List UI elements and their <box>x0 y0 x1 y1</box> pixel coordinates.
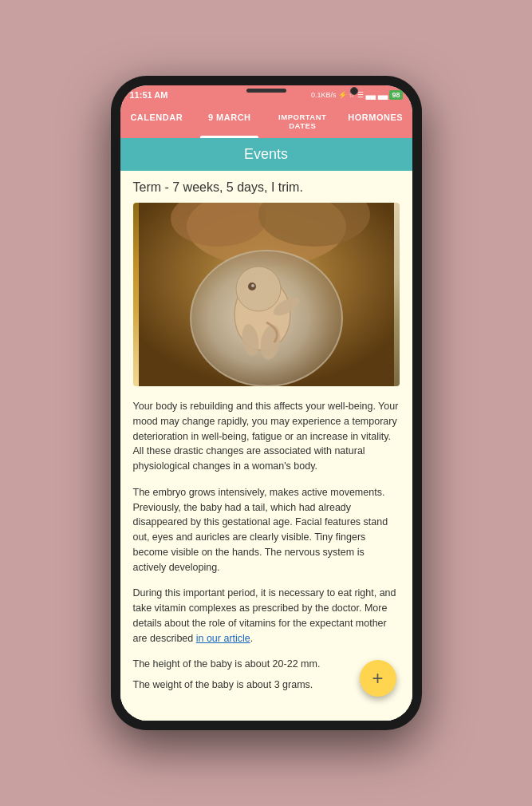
phone-camera <box>350 87 358 95</box>
tab-important-dates[interactable]: IMPORTANT DATES <box>266 105 340 138</box>
body-text-3: During this important period, it is nece… <box>120 586 412 646</box>
svg-point-8 <box>251 284 254 287</box>
svg-point-6 <box>236 267 281 311</box>
body-text-2: The embryo grows intensively, makes acti… <box>120 485 412 575</box>
term-label: Term - 7 weeks, 5 days, I trim. <box>120 171 412 203</box>
embryo-illustration <box>133 203 400 386</box>
content-container: Term - 7 weeks, 5 days, I trim. <box>120 171 412 721</box>
tab-9march[interactable]: 9 MARCH <box>193 105 266 138</box>
signal-text: 0.1KB/s ⚡ ☆ ☰ ▄▄ ▄▄ <box>311 91 388 99</box>
phone-frame: 11:51 AM 0.1KB/s ⚡ ☆ ☰ ▄▄ ▄▄ 98 CALENDAR… <box>111 76 422 730</box>
article-link[interactable]: in our article <box>196 633 250 644</box>
events-title: Events <box>244 146 288 162</box>
tab-calendar[interactable]: CALENDAR <box>120 105 194 138</box>
battery-indicator: 98 <box>389 90 402 100</box>
embryo-image <box>133 203 400 386</box>
phone-speaker <box>246 89 286 93</box>
content-inner: Term - 7 weeks, 5 days, I trim. <box>120 171 412 721</box>
tab-bar: CALENDAR 9 MARCH IMPORTANT DATES HORMONE… <box>120 105 412 138</box>
events-header: Events <box>120 138 412 171</box>
fab-icon: + <box>372 667 383 689</box>
fab-button[interactable]: + <box>360 660 396 697</box>
tab-hormones[interactable]: HORMONES <box>339 105 412 138</box>
body-text-1: Your body is rebuilding and this affects… <box>120 399 412 474</box>
status-time: 11:51 AM <box>130 90 168 100</box>
phone-screen: 11:51 AM 0.1KB/s ⚡ ☆ ☰ ▄▄ ▄▄ 98 CALENDAR… <box>120 85 412 721</box>
content-area[interactable]: Term - 7 weeks, 5 days, I trim. <box>120 171 412 721</box>
fab-spacer <box>120 698 412 721</box>
